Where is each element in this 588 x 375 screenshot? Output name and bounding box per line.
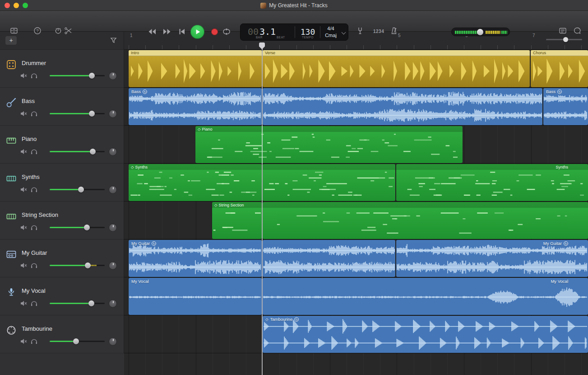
region-bass-3[interactable]: Bass↻ xyxy=(543,88,588,125)
volume-knob[interactable] xyxy=(73,338,79,344)
volume-slider[interactable] xyxy=(50,338,105,344)
mute-button[interactable] xyxy=(20,110,28,118)
metronome-button[interactable] xyxy=(390,27,398,35)
go-to-beginning-button[interactable] xyxy=(177,28,186,35)
regions-area: Intro Verse Chorus Bass↻ Bass↻ xyxy=(124,50,588,375)
track-header-string-section[interactable]: String Section xyxy=(0,202,124,239)
quick-help-button[interactable] xyxy=(33,27,42,35)
headphones-button[interactable] xyxy=(30,338,38,346)
track-header-bass[interactable]: Bass xyxy=(0,88,124,126)
region-tambourine[interactable]: ◇Tambourine↻ xyxy=(263,316,588,353)
region-bass-2[interactable] xyxy=(263,88,542,125)
region-drummer-chorus[interactable]: Chorus xyxy=(531,50,588,87)
region-bass-1[interactable]: Bass↻ xyxy=(129,88,262,125)
pan-knob[interactable] xyxy=(109,338,117,346)
library-button[interactable] xyxy=(10,27,18,35)
pan-knob[interactable] xyxy=(109,110,117,118)
pan-knob[interactable] xyxy=(109,300,117,308)
volume-knob[interactable] xyxy=(89,73,95,79)
region-vocal-2[interactable]: My Vocal xyxy=(263,278,588,315)
headphones-button[interactable] xyxy=(30,224,38,232)
pan-knob[interactable] xyxy=(109,262,117,270)
count-in-button[interactable]: 1234 xyxy=(373,29,384,34)
mute-button[interactable] xyxy=(20,262,28,270)
smart-controls-button[interactable] xyxy=(54,27,62,35)
guitar-amp-icon xyxy=(6,249,17,262)
rewind-button[interactable] xyxy=(148,28,157,35)
record-button[interactable] xyxy=(211,28,218,35)
track-filter-icon[interactable] xyxy=(110,37,117,46)
loop-icon: ↻ xyxy=(564,241,568,246)
pan-knob[interactable] xyxy=(109,224,117,232)
mute-button[interactable] xyxy=(20,338,28,346)
cycle-button[interactable] xyxy=(222,28,231,36)
headphones-button[interactable] xyxy=(30,72,38,80)
region-drummer-intro[interactable]: Intro xyxy=(129,50,262,87)
volume-slider[interactable] xyxy=(50,187,105,192)
lcd-tempo[interactable]: 130 xyxy=(296,27,319,37)
mute-button[interactable] xyxy=(20,148,28,156)
headphones-button[interactable] xyxy=(30,262,38,270)
headphones-button[interactable] xyxy=(30,300,38,308)
lcd-display[interactable]: 00 3.1 BAR BEAT 130 TEMPO 4/4 Cmaj xyxy=(240,23,348,41)
region-strings-2[interactable] xyxy=(263,202,588,239)
headphones-button[interactable] xyxy=(30,186,38,194)
loop-browser-button[interactable] xyxy=(573,27,581,35)
volume-knob[interactable] xyxy=(88,300,94,306)
play-button[interactable] xyxy=(190,25,204,39)
fast-forward-button[interactable] xyxy=(162,28,171,35)
region-guitar-2[interactable] xyxy=(263,240,395,277)
headphones-button[interactable] xyxy=(30,110,38,118)
volume-slider[interactable] xyxy=(50,73,105,79)
pan-knob[interactable] xyxy=(109,148,117,156)
volume-slider[interactable] xyxy=(50,225,105,230)
tuner-button[interactable] xyxy=(356,27,364,35)
master-volume-knob[interactable] xyxy=(477,29,483,35)
chevron-down-icon[interactable] xyxy=(342,30,346,35)
track-header-my-vocal[interactable]: My Vocal xyxy=(0,277,124,315)
track-header-drummer[interactable]: Drummer xyxy=(0,50,124,88)
region-drummer-verse[interactable]: Verse xyxy=(263,50,530,87)
lcd-key[interactable]: Cmaj xyxy=(321,33,341,38)
region-synths-1[interactable]: ◇Synths xyxy=(129,164,262,201)
headphones-button[interactable] xyxy=(30,148,38,156)
volume-slider[interactable] xyxy=(50,262,105,268)
mute-button[interactable] xyxy=(20,72,28,80)
volume-slider[interactable] xyxy=(50,300,105,306)
add-track-button[interactable]: + xyxy=(5,36,17,45)
mute-button[interactable] xyxy=(20,300,28,308)
mute-button[interactable] xyxy=(20,186,28,194)
pan-knob[interactable] xyxy=(109,72,117,80)
window-title: My Greatest Hit - Tracks xyxy=(269,2,327,9)
volume-knob[interactable] xyxy=(85,262,91,268)
playhead-line[interactable] xyxy=(262,42,263,375)
region-header: ◇Synths xyxy=(129,164,262,170)
track-name: Drummer xyxy=(22,60,46,66)
lcd-time-signature[interactable]: 4/4 xyxy=(321,26,341,31)
drum-machine-icon xyxy=(6,59,17,72)
note-pad-button[interactable] xyxy=(559,27,567,35)
master-volume-slider[interactable] xyxy=(451,28,510,36)
region-guitar-1[interactable]: My Guitar↻ xyxy=(129,240,262,277)
region-strings-1[interactable]: ◇String Section xyxy=(212,202,262,239)
track-header-synths[interactable]: Synths xyxy=(0,164,124,202)
volume-knob[interactable] xyxy=(84,225,90,230)
track-header-tambourine[interactable]: Tambourine xyxy=(0,315,124,353)
region-guitar-3[interactable]: My Guitar↻ xyxy=(396,240,588,277)
region-vocal-1[interactable]: My Vocal xyxy=(129,278,262,315)
volume-slider[interactable] xyxy=(50,149,105,155)
volume-slider[interactable] xyxy=(50,111,105,117)
volume-knob[interactable] xyxy=(78,187,84,192)
volume-knob[interactable] xyxy=(90,149,96,155)
track-header-piano[interactable]: Piano xyxy=(0,126,124,164)
volume-knob[interactable] xyxy=(89,111,95,117)
track-header-my-guitar[interactable]: My Guitar xyxy=(0,239,124,277)
pan-knob[interactable] xyxy=(109,186,117,194)
editors-button[interactable] xyxy=(64,27,72,35)
mute-button[interactable] xyxy=(20,224,28,232)
region-synths-3[interactable]: Synths xyxy=(396,164,588,201)
region-synths-2[interactable] xyxy=(263,164,395,201)
zoom-slider[interactable] xyxy=(546,39,582,40)
region-piano[interactable]: ◇Piano xyxy=(195,126,463,163)
zoom-slider-knob[interactable] xyxy=(563,37,568,42)
